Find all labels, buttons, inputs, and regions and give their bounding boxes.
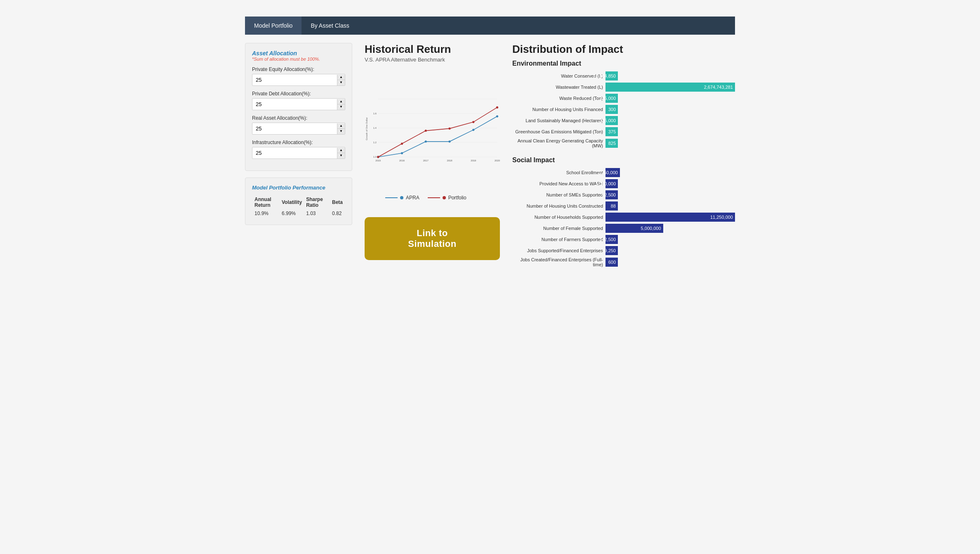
social-bar-track: 142,500 — [605, 235, 735, 244]
svg-point-26 — [472, 121, 474, 123]
social-bar-label: Number of Housing Units Constructed — [512, 204, 603, 208]
tab-bar: Model Portfolio By Asset Class — [245, 17, 735, 35]
real-asset-spinner: ▲ ▼ — [337, 123, 345, 134]
private-debt-label: Private Debt Allocation(%): — [252, 91, 345, 97]
tab-model-portfolio[interactable]: Model Portfolio — [245, 17, 302, 35]
performance-title: Model Portfolio Performance — [252, 185, 345, 191]
env-bar-label: Greenhouse Gas Emissions Mitigated (Ton) — [512, 129, 603, 134]
perf-header-1: Volatility — [280, 196, 304, 209]
social-bar-track: 1,250,000 — [605, 168, 735, 177]
performance-card: Model Portfolio Performance Annual Retur… — [245, 178, 352, 225]
social-bar-row: Provided New Access to WASH 1,000,000 — [512, 179, 735, 188]
social-bar-fill: 1,250,000 — [605, 168, 620, 177]
env-bar-track: 300 — [605, 105, 735, 114]
performance-table: Annual Return Volatility Sharpe Ratio Be… — [252, 195, 345, 218]
infrastructure-label: Infrastructure Allocation(%): — [252, 140, 345, 145]
real-asset-down[interactable]: ▼ — [337, 129, 345, 134]
legend-portfolio: Portfolio — [428, 195, 466, 201]
env-bar-track: 225,000 — [605, 94, 735, 103]
chart-legend: APRA Portfolio — [385, 195, 500, 201]
env-bar-chart: Water Conserved (L) 42,364,850 Wastewate… — [512, 71, 735, 148]
svg-point-23 — [401, 142, 403, 144]
legend-portfolio-label: Portfolio — [448, 195, 466, 201]
social-bar-fill: 600 — [605, 258, 618, 267]
env-bar-fill: 300 — [605, 105, 618, 114]
env-bar-label: Annual Clean Energy Generating Capacity … — [512, 138, 603, 148]
private-equity-down[interactable]: ▼ — [337, 80, 345, 85]
infrastructure-input[interactable] — [252, 147, 337, 159]
social-bar-row: Jobs Created/Financed Enterprises (Full-… — [512, 257, 735, 267]
env-bar-fill: 225,000 — [605, 94, 618, 103]
private-debt-down[interactable]: ▼ — [337, 104, 345, 110]
svg-text:2018: 2018 — [447, 159, 452, 162]
link-btn-wrap: Link to Simulation — [365, 217, 500, 260]
social-bar-row: School Enrollment 1,250,000 — [512, 168, 735, 177]
infrastructure-up[interactable]: ▲ — [337, 148, 345, 153]
svg-text:2020: 2020 — [495, 159, 500, 162]
svg-text:2016: 2016 — [399, 159, 405, 162]
content-row: Asset Allocation *Sum of allocation must… — [245, 43, 735, 275]
legend-apra: APRA — [385, 195, 419, 201]
link-simulation-button[interactable]: Link to Simulation — [365, 217, 500, 260]
chart-title: Historical Return — [365, 43, 451, 56]
perf-value-0: 10.9% — [253, 210, 279, 217]
real-asset-input[interactable] — [252, 123, 337, 134]
social-bar-track: 1,000,000 — [605, 179, 735, 188]
social-bar-row: Number of Female Supported 5,000,000 — [512, 224, 735, 233]
allocation-note: *Sum of allocation must be 100%. — [252, 57, 345, 62]
env-bar-label: Water Conserved (L) — [512, 73, 603, 78]
social-bar-label: Number of Female Supported — [512, 226, 603, 231]
private-debt-up[interactable]: ▲ — [337, 99, 345, 104]
right-panel: Distribution of Impact Environmental Imp… — [512, 43, 735, 275]
social-bar-row: Number of Households Supported 11,250,00… — [512, 213, 735, 222]
social-bar-label: School Enrollment — [512, 170, 603, 175]
social-bar-label: Number of Households Supported — [512, 215, 603, 220]
social-impact-title: Social Impact — [512, 156, 735, 164]
env-bar-track: 2,674,743,281 — [605, 83, 735, 92]
social-bar-row: Jobs Supported/Financed Enterprises 19,2… — [512, 246, 735, 255]
social-bar-fill: 88 — [605, 201, 618, 211]
private-debt-input[interactable] — [252, 99, 337, 110]
real-asset-up[interactable]: ▲ — [337, 123, 345, 129]
svg-text:2017: 2017 — [423, 159, 429, 162]
svg-point-22 — [377, 156, 379, 158]
perf-header-0: Annual Return — [253, 196, 279, 209]
svg-text:2015: 2015 — [375, 159, 381, 162]
svg-point-21 — [496, 115, 498, 117]
private-equity-input[interactable] — [252, 74, 337, 85]
env-bar-fill: 325,000 — [605, 116, 618, 125]
private-debt-field: Private Debt Allocation(%): ▲ ▼ — [252, 91, 345, 110]
social-bar-label: Number of SMEs Supported — [512, 192, 603, 197]
env-bar-row: Water Conserved (L) 42,364,850 — [512, 71, 735, 80]
social-bar-row: Number of SMEs Supported 52,500 — [512, 190, 735, 199]
env-bar-track: 325,000 — [605, 116, 735, 125]
svg-point-24 — [425, 130, 427, 132]
svg-text:1.0: 1.0 — [373, 156, 377, 158]
tab-by-asset-class[interactable]: By Asset Class — [302, 17, 358, 35]
social-bar-track: 88 — [605, 201, 735, 211]
infrastructure-spinner: ▲ ▼ — [337, 148, 345, 159]
real-asset-field: Real Asset Allocation(%): ▲ ▼ — [252, 115, 345, 135]
perf-value-3: 0.82 — [330, 210, 344, 217]
svg-point-27 — [496, 107, 498, 109]
svg-point-25 — [448, 128, 450, 130]
env-bar-label: Waste Reduced (Ton) — [512, 96, 603, 101]
asset-allocation-title: Asset Allocation — [252, 50, 345, 57]
svg-point-17 — [401, 152, 403, 154]
env-bar-label: Land Sustainably Managed (Hectares) — [512, 118, 603, 123]
social-bar-fill: 11,250,000 — [605, 213, 735, 222]
env-impact-title: Environmental Impact — [512, 60, 735, 67]
real-asset-input-wrap: ▲ ▼ — [252, 123, 345, 135]
social-bar-track: 11,250,000 — [605, 213, 735, 222]
env-bar-track: 42,364,850 — [605, 71, 735, 80]
svg-point-18 — [425, 140, 427, 142]
infrastructure-down[interactable]: ▼ — [337, 153, 345, 159]
private-equity-field: Private Equity Allocation(%): ▲ ▼ — [252, 66, 345, 86]
env-bar-row: Number of Housing Units Financed 300 — [512, 105, 735, 114]
social-bar-row: Number of Farmers Supported 142,500 — [512, 235, 735, 244]
private-equity-up[interactable]: ▲ — [337, 75, 345, 80]
svg-point-20 — [472, 129, 474, 131]
svg-text:2019: 2019 — [471, 159, 476, 162]
perf-value-2: 1.03 — [304, 210, 330, 217]
svg-text:1.6: 1.6 — [373, 112, 377, 115]
